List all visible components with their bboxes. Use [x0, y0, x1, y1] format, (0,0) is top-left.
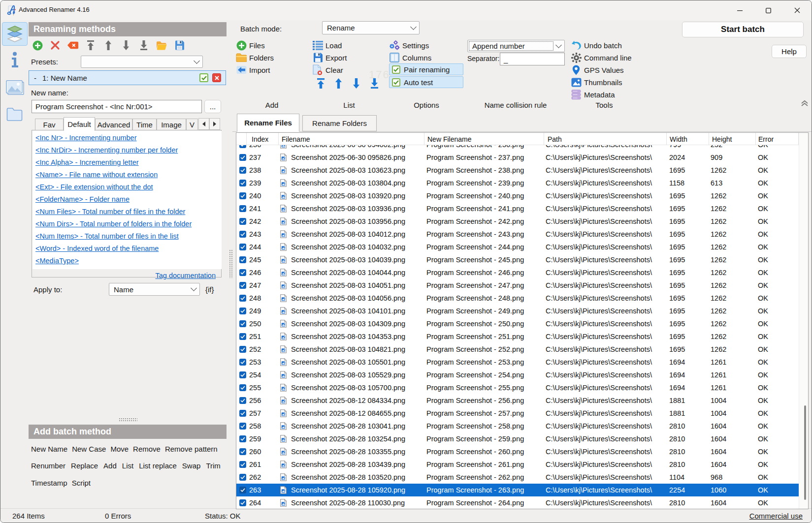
table-row[interactable]: 236Screenshot 2025-06-30 094002.pngProgr…: [236, 145, 799, 151]
row-checkbox-checked[interactable]: [239, 192, 246, 199]
table-row[interactable]: 248Screenshot 2025-08-03 104056.pngProgr…: [236, 292, 799, 305]
table-row[interactable]: 240Screenshot 2025-08-03 103920.pngProgr…: [236, 189, 799, 202]
remove-all-button[interactable]: [67, 40, 78, 51]
table-row[interactable]: 254Screenshot 2025-08-03 105529.pngProgr…: [236, 369, 799, 381]
add-folders-button[interactable]: Folders: [236, 52, 274, 63]
table-row[interactable]: 259Screenshot 2025-08-28 103254.pngProgr…: [236, 432, 799, 445]
move-down-blue-button[interactable]: [351, 78, 361, 89]
tag-link[interactable]: <FolderName> - Folder name: [35, 193, 222, 206]
auto-test-option[interactable]: Auto test: [389, 76, 463, 88]
tag-link[interactable]: <Inc Nr> - Incrementing number: [35, 132, 222, 144]
list-export-button[interactable]: Export: [312, 52, 347, 63]
table-row[interactable]: 243Screenshot 2025-08-03 104012.pngProgr…: [236, 228, 799, 241]
batch-mode-dropdown[interactable]: Rename: [322, 21, 420, 34]
tag-link[interactable]: <MediaType>: [35, 255, 222, 267]
method-enabled-checkbox[interactable]: [199, 73, 208, 82]
column-header-index[interactable]: Index: [247, 133, 279, 145]
move-top-blue-button[interactable]: [315, 78, 326, 89]
table-row[interactable]: 250Screenshot 2025-08-03 104309.pngProgr…: [236, 317, 799, 330]
column-header-height[interactable]: Height: [709, 133, 756, 145]
close-button[interactable]: [786, 0, 809, 20]
table-row[interactable]: 260Screenshot 2025-08-28 103355.pngProgr…: [236, 445, 799, 458]
start-batch-button[interactable]: Start batch: [682, 22, 804, 37]
name-collision-dropdown[interactable]: Append number: [467, 40, 565, 52]
tab-scroll-right-button[interactable]: [209, 118, 220, 130]
tag-tab-image[interactable]: Image: [157, 119, 186, 130]
add-files-button[interactable]: Files: [236, 39, 265, 51]
table-row[interactable]: 238Screenshot 2025-08-03 103623.pngProgr…: [236, 164, 799, 177]
license-link[interactable]: Commercial use: [749, 512, 803, 520]
row-checkbox-checked[interactable]: [239, 180, 246, 186]
row-checkbox-checked[interactable]: [239, 295, 246, 302]
checkbox-checked-icon[interactable]: [392, 65, 400, 74]
method-remove-button[interactable]: [212, 73, 221, 82]
batch-method-list[interactable]: List: [122, 461, 133, 470]
move-top-button[interactable]: [85, 40, 96, 51]
table-row[interactable]: 246Screenshot 2025-08-03 104044.pngProgr…: [236, 266, 799, 279]
column-header-new-filename[interactable]: New Filename: [424, 133, 544, 145]
add-import-button[interactable]: Import: [236, 64, 270, 76]
row-checkbox-checked[interactable]: [239, 474, 246, 481]
delete-button[interactable]: [50, 40, 61, 51]
row-checkbox-checked[interactable]: [239, 333, 246, 340]
batch-method-move[interactable]: Move: [110, 445, 129, 453]
table-row[interactable]: 256Screenshot 2025-08-12 084334.pngProgr…: [236, 394, 799, 407]
batch-method-trim[interactable]: Trim: [206, 461, 220, 470]
move-bottom-blue-button[interactable]: [369, 78, 380, 89]
column-header-path[interactable]: Path: [544, 133, 667, 145]
table-row[interactable]: 253Screenshot 2025-08-03 105501.pngProgr…: [236, 356, 799, 369]
scrollbar-thumb[interactable]: [804, 405, 806, 500]
row-checkbox-checked[interactable]: [239, 346, 246, 353]
column-header-filename[interactable]: Filename: [279, 133, 424, 145]
batch-method-list-replace[interactable]: List replace: [139, 461, 177, 470]
pair-renaming-option[interactable]: Pair renaming: [389, 63, 463, 75]
row-checkbox-checked[interactable]: [239, 487, 246, 493]
batch-method-swap[interactable]: Swap: [182, 461, 201, 470]
table-row[interactable]: 257Screenshot 2025-08-12 084655.pngProgr…: [236, 407, 799, 420]
tools-thumbnails-button[interactable]: Thumbnails: [571, 76, 622, 88]
row-checkbox-checked[interactable]: [239, 256, 246, 263]
sidebar-item-info[interactable]: [0, 52, 29, 68]
table-row[interactable]: 255Screenshot 2025-08-03 105700.pngProgr…: [236, 381, 799, 394]
tag-link[interactable]: <Word> - Indexed word of the filename: [35, 243, 222, 255]
row-checkbox-checked[interactable]: [239, 435, 246, 442]
table-row[interactable]: 261Screenshot 2025-08-28 103439.pngProgr…: [236, 458, 799, 471]
options-columns-button[interactable]: Columns: [389, 52, 431, 63]
table-row[interactable]: 241Screenshot 2025-08-03 103936.pngProgr…: [236, 202, 799, 215]
row-checkbox-checked[interactable]: [239, 423, 246, 430]
table-row[interactable]: 249Screenshot 2025-08-03 104101.pngProgr…: [236, 305, 799, 317]
batch-method-remove-pattern[interactable]: Remove pattern: [165, 445, 218, 453]
row-checkbox-checked[interactable]: [239, 167, 246, 174]
tag-link[interactable]: <Num Dirs> - Total number of folders in …: [35, 218, 222, 230]
batch-method-remove[interactable]: Remove: [133, 445, 161, 453]
vertical-splitter-handle[interactable]: [229, 249, 233, 278]
row-checkbox-checked[interactable]: [239, 269, 246, 276]
table-row[interactable]: 244Screenshot 2025-08-03 104032.pngProgr…: [236, 241, 799, 253]
row-checkbox-checked[interactable]: [239, 244, 246, 250]
tag-tab-advanced[interactable]: Advanced: [95, 119, 132, 130]
tag-link[interactable]: <Inc Alpha> - Incrementing letter: [35, 156, 222, 169]
column-header-width[interactable]: Width: [667, 133, 709, 145]
tab-rename-folders[interactable]: Rename Folders: [302, 115, 377, 131]
row-checkbox-checked[interactable]: [239, 359, 246, 366]
list-clear-button[interactable]: Clear: [312, 64, 343, 76]
row-checkbox-checked[interactable]: [239, 282, 246, 289]
table-row-selected[interactable]: 263Screenshot 2025-08-28 105920.pngProgr…: [236, 484, 799, 496]
row-checkbox-checked[interactable]: [239, 154, 246, 161]
move-up-button[interactable]: [103, 40, 114, 51]
table-row[interactable]: 242Screenshot 2025-08-03 103956.pngProgr…: [236, 215, 799, 228]
add-button[interactable]: [32, 40, 43, 51]
checkbox-checked-icon[interactable]: [392, 78, 400, 87]
tag-tab-v[interactable]: V: [186, 119, 198, 130]
tag-link[interactable]: <Num Files> - Total number of files in t…: [35, 206, 222, 218]
tools-gps-values-button[interactable]: GPS Values: [571, 64, 624, 76]
row-checkbox-checked[interactable]: [239, 448, 246, 455]
move-up-blue-button[interactable]: [333, 78, 344, 89]
move-down-button[interactable]: [121, 40, 131, 51]
minimize-button[interactable]: [728, 0, 751, 20]
batch-method-add[interactable]: Add: [103, 461, 117, 470]
if-label[interactable]: {if}: [205, 285, 214, 294]
tag-tab-fav[interactable]: Fav: [35, 119, 64, 130]
table-row[interactable]: 262Screenshot 2025-08-28 103520.pngProgr…: [236, 471, 799, 484]
presets-dropdown[interactable]: [81, 56, 203, 68]
